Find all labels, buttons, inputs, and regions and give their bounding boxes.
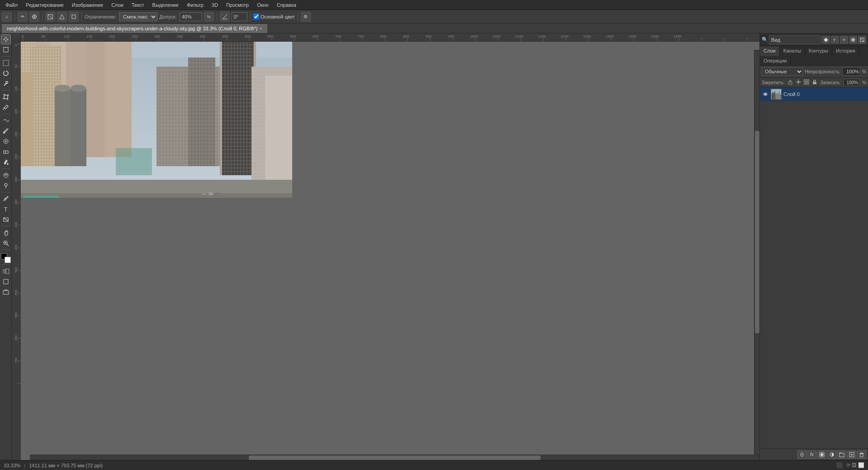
layer-add-icon-btn[interactable] — [822, 36, 830, 44]
menu-image[interactable]: Изображение — [68, 1, 107, 9]
panel-tabs: Слои Каналы Контуры История Операции — [760, 46, 868, 66]
svg-text:250: 250 — [14, 154, 18, 159]
svg-text:0: 0 — [22, 34, 24, 38]
vertical-scrollbar[interactable] — [754, 50, 759, 455]
brush-tool-btn[interactable]: ✏ — [18, 12, 28, 22]
panel-tab-layers[interactable]: Слои — [760, 46, 780, 56]
anti-alias-btn[interactable] — [45, 12, 55, 22]
menu-select[interactable]: Выделение — [149, 1, 182, 9]
menu-text[interactable]: Текст — [128, 1, 148, 9]
dodge-tool[interactable] — [1, 181, 11, 191]
v-scrollbar-thumb[interactable] — [755, 131, 759, 333]
fill-input[interactable] — [844, 79, 859, 86]
layer-visibility-eye[interactable] — [762, 91, 769, 98]
lock-position-icon[interactable] — [796, 79, 801, 86]
foreground-checkbox-label[interactable]: Основной цвет — [253, 14, 295, 19]
blur-tool[interactable] — [1, 170, 11, 180]
crop-tool[interactable] — [1, 92, 11, 102]
layer-list[interactable]: Слой 0 — [760, 87, 868, 448]
restriction-dropdown[interactable]: Смеж.пикс — [119, 12, 157, 21]
svg-line-22 — [3, 108, 4, 110]
lock-all-icon[interactable] — [812, 79, 817, 86]
layer-item-0[interactable]: Слой 0 — [760, 87, 868, 101]
separator-4 — [217, 12, 217, 21]
sample-btn[interactable] — [69, 12, 79, 22]
artboards-btn[interactable] — [1, 287, 11, 297]
color-boxes[interactable] — [1, 253, 11, 263]
svg-rect-42 — [6, 269, 9, 273]
tool-option-1[interactable] — [29, 12, 39, 22]
artboard-tool[interactable] — [1, 45, 11, 55]
hand-tool[interactable] — [1, 228, 11, 238]
link-layers-btn[interactable] — [797, 451, 806, 459]
zoom-tool[interactable] — [1, 238, 11, 248]
menu-edit[interactable]: Редактирование — [22, 1, 67, 9]
brush-tool[interactable] — [1, 126, 11, 136]
home-button[interactable]: ⌂ — [2, 12, 12, 22]
svg-rect-205 — [265, 76, 292, 198]
clone-tool[interactable] — [1, 136, 11, 146]
eyedropper-tool[interactable] — [1, 102, 11, 112]
paint-bucket-tool[interactable] — [1, 157, 11, 167]
menu-help[interactable]: Справка — [273, 1, 300, 9]
blend-mode-dropdown[interactable]: Обычные — [762, 67, 803, 76]
add-mask-btn[interactable] — [817, 451, 826, 459]
canvas-content[interactable] — [21, 42, 759, 460]
lock-pixel-icon[interactable] — [787, 79, 793, 86]
magic-wand-tool[interactable] — [1, 79, 11, 89]
quick-mask-btn[interactable] — [1, 266, 11, 276]
refine-btn[interactable] — [57, 12, 67, 22]
h-scrollbar-thumb[interactable] — [249, 456, 541, 460]
menu-window[interactable]: Окно — [253, 1, 272, 9]
svg-text:100: 100 — [14, 86, 18, 91]
layer-smart-btn[interactable] — [858, 36, 866, 44]
tolerance-unit-btn[interactable]: % — [204, 12, 214, 22]
pen-tool[interactable] — [1, 194, 11, 204]
menu-file[interactable]: Файл — [2, 1, 21, 9]
new-group-btn[interactable] — [837, 451, 846, 459]
opacity-input[interactable] — [842, 67, 860, 76]
document-tab[interactable]: neighborhood-with-colorful-modern-buildi… — [2, 24, 267, 33]
add-style-btn[interactable]: fx — [807, 451, 816, 459]
eraser-tool[interactable] — [1, 147, 11, 157]
svg-text:300: 300 — [154, 34, 161, 38]
menu-layers[interactable]: Слои — [108, 1, 127, 9]
panel-tab-paths[interactable]: Контуры — [805, 46, 832, 56]
tolerance-input[interactable] — [180, 12, 202, 21]
tab-close-btn[interactable]: × — [260, 26, 262, 31]
svg-rect-110 — [12, 42, 21, 460]
new-fill-layer-btn[interactable] — [827, 451, 836, 459]
layer-type-btn[interactable]: T — [831, 36, 839, 44]
svg-text:1050: 1050 — [493, 34, 501, 38]
type-tool[interactable]: T — [1, 204, 11, 214]
svg-line-17 — [7, 82, 8, 82]
lock-artboard-icon[interactable] — [804, 79, 809, 86]
svg-text:1150: 1150 — [538, 34, 546, 38]
menu-view[interactable]: Просмотр — [223, 1, 252, 9]
marquee-tool[interactable] — [1, 58, 11, 68]
healing-tool[interactable] — [1, 115, 11, 125]
new-layer-btn[interactable] — [847, 451, 856, 459]
horizontal-scrollbar[interactable] — [30, 455, 759, 460]
screen-mode-btn[interactable] — [1, 277, 11, 287]
layer-fx-btn[interactable]: fx — [840, 36, 848, 44]
menu-filter[interactable]: Фильтр — [183, 1, 207, 9]
panel-tab-history[interactable]: История — [832, 46, 859, 56]
foreground-checkbox[interactable] — [253, 14, 259, 19]
svg-text:800: 800 — [380, 34, 387, 38]
delete-layer-btn[interactable] — [857, 451, 866, 459]
path-tool[interactable] — [1, 215, 11, 225]
move-tool[interactable] — [1, 34, 11, 44]
panel-search-box[interactable]: Вид — [769, 35, 821, 44]
panel-tab-channels[interactable]: Каналы — [780, 46, 805, 56]
canvas-area[interactable]: 0 50 100 150 200 250 300 350 400 450 500… — [12, 34, 759, 460]
panel-tab-actions[interactable]: Операции — [760, 56, 791, 65]
lasso-tool[interactable] — [1, 68, 11, 78]
settings-btn[interactable]: ⚙ — [301, 12, 311, 22]
svg-rect-174 — [222, 42, 254, 175]
menu-3d[interactable]: 3D — [208, 1, 222, 9]
angle-input[interactable] — [232, 12, 247, 21]
background-color[interactable] — [5, 257, 11, 263]
layer-mask-btn2[interactable] — [849, 36, 857, 44]
svg-text:400: 400 — [14, 222, 18, 227]
